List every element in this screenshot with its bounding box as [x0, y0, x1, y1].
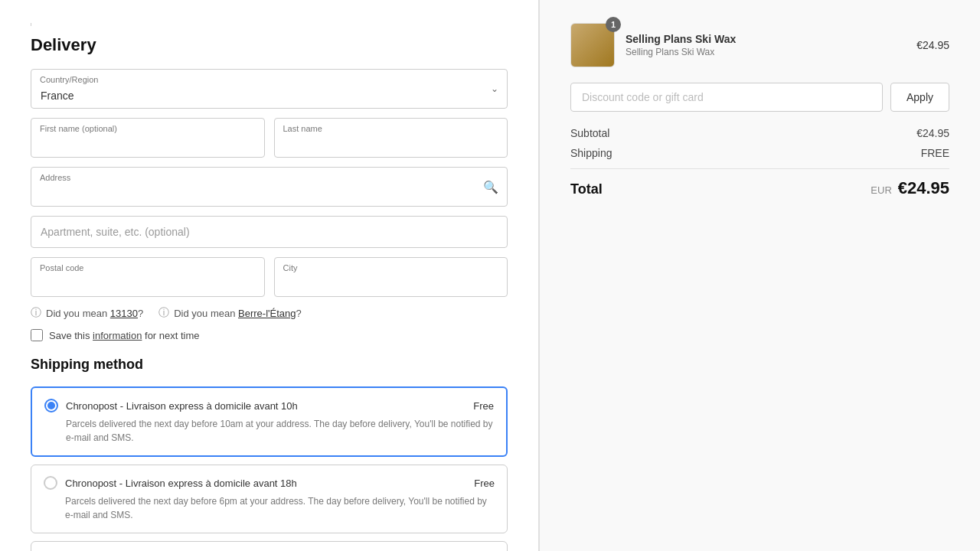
info-icon-city: ⓘ [158, 306, 169, 320]
city-input[interactable]: Paris [274, 257, 508, 297]
city-suggestion-text: Did you mean Berre-l'Étang? [174, 308, 302, 319]
shipping-title: Shipping method [31, 357, 508, 373]
postal-city-row: Postal code 75014 City Paris [31, 257, 508, 297]
shipping-name-2: Chronopost - Livraison express à domicil… [65, 478, 297, 489]
delivery-title: Delivery [31, 35, 508, 55]
radio-chronopost-18h[interactable] [44, 476, 57, 490]
shipping-option-standard[interactable]: Standard €8.80 [31, 541, 508, 551]
city-suggestion-link[interactable]: Berre-l'Étang [238, 308, 296, 319]
shipping-summary-label: Shipping [570, 147, 612, 159]
first-name-input[interactable]: Albert [31, 118, 265, 158]
postal-suggestion-link[interactable]: 13130 [110, 308, 138, 319]
radio-inner-1 [47, 402, 55, 409]
total-currency: EUR [871, 184, 891, 196]
right-panel: 1 Selling Plans Ski Wax Selling Plans Sk… [539, 0, 980, 551]
product-variant: Selling Plans Ski Wax [626, 47, 906, 57]
shipping-summary-value: FREE [921, 147, 949, 159]
address-field: Address 3 Boulevard Romain Rolland 🔍 [31, 167, 508, 207]
last-name-field: Last name Brian [274, 118, 508, 158]
quantity-badge: 1 [606, 17, 621, 32]
first-name-field: First name (optional) Albert [31, 118, 265, 158]
subtotal-value: €24.95 [916, 127, 949, 139]
shipping-option-left-1: Chronopost - Livraison express à domicil… [44, 399, 298, 412]
shipping-option-header-1: Chronopost - Livraison express à domicil… [44, 399, 494, 412]
address-input-wrapper: Address 3 Boulevard Romain Rolland 🔍 [31, 167, 508, 207]
total-value: €24.95 [898, 178, 949, 197]
country-field: Country/Region France ⌄ [31, 69, 508, 109]
total-row: Total EUR €24.95 [570, 178, 949, 198]
top-divider [31, 23, 31, 26]
search-icon: 🔍 [483, 180, 498, 194]
apt-field [31, 216, 508, 248]
radio-chronopost-10h[interactable] [44, 399, 58, 412]
postal-field: Postal code 75014 [31, 257, 265, 297]
product-item: 1 Selling Plans Ski Wax Selling Plans Sk… [570, 23, 949, 67]
country-select-wrapper: Country/Region France ⌄ [31, 69, 508, 109]
product-image-wrapper: 1 [570, 23, 615, 67]
left-panel: Delivery Country/Region France ⌄ First n… [0, 0, 539, 551]
shipping-desc-2: Parcels delivered the next day before 6p… [65, 494, 495, 522]
last-name-input[interactable]: Brian [274, 118, 508, 158]
shipping-option-chronopost-10h[interactable]: Chronopost - Livraison express à domicil… [31, 386, 508, 457]
summary-divider [570, 168, 949, 169]
info-icon-postal: ⓘ [31, 306, 41, 320]
apt-input[interactable] [31, 216, 508, 248]
suggestion-row: ⓘ Did you mean 13130? ⓘ Did you mean Ber… [31, 306, 508, 320]
shipping-desc-1: Parcels delivered the next day before 10… [66, 417, 494, 445]
address-input[interactable]: 3 Boulevard Romain Rolland [31, 167, 508, 207]
discount-row: Apply [570, 83, 949, 112]
postal-input[interactable]: 75014 [31, 257, 265, 297]
city-field: City Paris [274, 257, 508, 297]
product-info: Selling Plans Ski Wax Selling Plans Ski … [626, 33, 906, 57]
country-select[interactable]: France [31, 69, 508, 109]
name-row: First name (optional) Albert Last name B… [31, 118, 508, 158]
shipping-price-2: Free [474, 478, 495, 489]
total-amount: EUR €24.95 [871, 178, 949, 198]
product-price: €24.95 [916, 39, 949, 51]
city-suggestion: ⓘ Did you mean Berre-l'Étang? [158, 306, 302, 320]
save-info-row: Save this information for next time [31, 329, 508, 341]
shipping-name-1: Chronopost - Livraison express à domicil… [66, 400, 298, 412]
shipping-price-1: Free [473, 400, 494, 412]
product-name: Selling Plans Ski Wax [626, 33, 906, 45]
save-info-label: Save this information for next time [49, 330, 200, 341]
apply-button[interactable]: Apply [890, 83, 949, 112]
subtotal-row: Subtotal €24.95 [570, 127, 949, 139]
total-label: Total [570, 181, 603, 197]
shipping-option-chronopost-18h[interactable]: Chronopost - Livraison express à domicil… [31, 465, 508, 533]
postal-suggestion-text: Did you mean 13130? [46, 308, 143, 319]
postal-suggestion: ⓘ Did you mean 13130? [31, 306, 143, 320]
shipping-summary-row: Shipping FREE [570, 147, 949, 159]
discount-input[interactable] [570, 83, 883, 112]
subtotal-label: Subtotal [570, 127, 609, 139]
shipping-option-header-2: Chronopost - Livraison express à domicil… [44, 476, 495, 490]
shipping-option-left-2: Chronopost - Livraison express à domicil… [44, 476, 297, 490]
save-info-checkbox[interactable] [31, 329, 43, 341]
